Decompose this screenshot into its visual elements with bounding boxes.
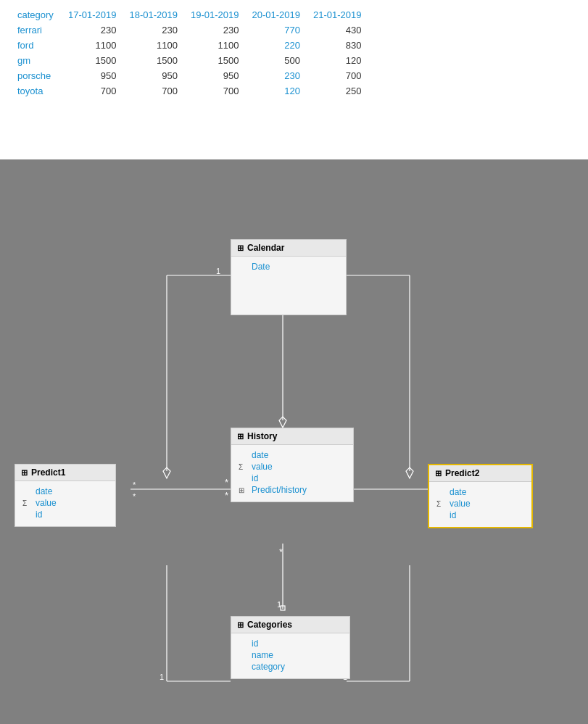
categories-id-label: id: [252, 638, 258, 649]
diagram-section: 1 1 1 * * * * * * * * * 1 1 1 ⊞ Calendar…: [0, 159, 588, 724]
categories-field-name: name: [239, 649, 342, 661]
categories-category-label: category: [252, 662, 285, 672]
entity-predict2-body: date Σ value id: [429, 482, 531, 527]
cell-1-0: ford: [15, 38, 65, 53]
predict1-date-label: date: [36, 486, 52, 496]
svg-text:1: 1: [160, 673, 164, 681]
svg-rect-11: [281, 606, 285, 610]
calendar-title: Calendar: [247, 243, 284, 253]
cell-1-3: 1100: [188, 38, 249, 53]
categories-field-category: category: [239, 661, 342, 673]
predict1-id-label: id: [36, 509, 42, 520]
cell-4-5: 250: [310, 83, 372, 99]
categories-field-id: id: [239, 638, 342, 649]
col-header-d1: 17-01-2019: [65, 7, 127, 22]
svg-text:*: *: [133, 492, 136, 501]
history-field-date: date: [239, 449, 346, 461]
cell-1-4: 220: [249, 38, 311, 53]
predict2-title: Predict2: [445, 468, 479, 478]
history-table-icon: ⊞: [237, 432, 244, 441]
history-field-predict: ⊞ Predict/history: [239, 484, 346, 496]
cell-2-3: 1500: [188, 53, 249, 68]
cell-2-5: 120: [310, 53, 372, 68]
cell-0-3: 230: [188, 22, 249, 38]
cell-3-3: 950: [188, 68, 249, 83]
categories-table-icon: ⊞: [237, 620, 244, 630]
svg-text:*: *: [225, 477, 228, 488]
cell-0-5: 430: [310, 22, 372, 38]
entity-calendar-body: Date: [231, 257, 346, 315]
cell-0-4: 770: [249, 22, 311, 38]
history-value-label: value: [252, 462, 273, 472]
entity-categories-body: id name category: [231, 633, 349, 678]
predict1-field-id: id: [22, 509, 108, 520]
cell-2-0: gm: [15, 53, 65, 68]
history-value-icon: Σ: [239, 463, 249, 471]
table-row: ford110011001100220830: [15, 38, 372, 53]
table-row: toyota700700700120250: [15, 83, 372, 99]
svg-marker-7: [406, 467, 413, 478]
svg-marker-1: [279, 417, 286, 428]
categories-name-label: name: [252, 650, 273, 660]
predict1-field-value: Σ value: [22, 497, 108, 509]
cell-4-2: 700: [127, 83, 189, 99]
calendar-table-icon: ⊞: [237, 244, 244, 253]
cell-4-3: 700: [188, 83, 249, 99]
table-row: porsche950950950230700: [15, 68, 372, 83]
cell-1-1: 1100: [65, 38, 127, 53]
svg-text:1: 1: [277, 600, 281, 609]
entity-calendar-header: ⊞ Calendar: [231, 240, 346, 257]
history-date-label: date: [252, 450, 268, 460]
history-predict-icon: ⊞: [239, 486, 249, 494]
cell-3-5: 700: [310, 68, 372, 83]
predict2-value-label: value: [450, 499, 471, 509]
predict2-id-label: id: [450, 510, 456, 520]
data-table: category 17-01-2019 18-01-2019 19-01-201…: [15, 7, 372, 99]
svg-text:1: 1: [216, 267, 220, 275]
cell-4-4: 120: [249, 83, 311, 99]
predict1-value-label: value: [36, 498, 57, 508]
col-header-d3: 19-01-2019: [188, 7, 249, 22]
entity-predict1-body: date Σ value id: [15, 481, 115, 526]
predict2-date-label: date: [450, 487, 466, 497]
entity-history-header: ⊞ History: [231, 428, 353, 445]
svg-text:*: *: [279, 546, 283, 557]
entity-calendar: ⊞ Calendar Date: [231, 239, 347, 315]
table-section: category 17-01-2019 18-01-2019 19-01-201…: [0, 0, 588, 159]
history-title: History: [247, 431, 277, 441]
cell-1-2: 1100: [127, 38, 189, 53]
cell-2-2: 1500: [127, 53, 189, 68]
predict2-field-id: id: [436, 509, 524, 521]
history-field-value: Σ value: [239, 461, 346, 473]
history-field-id: id: [239, 473, 346, 484]
history-predict-label: Predict/history: [252, 485, 307, 495]
predict1-field-date: date: [22, 486, 108, 497]
predict1-title: Predict1: [31, 467, 65, 478]
entity-categories: ⊞ Categories id name category: [231, 616, 350, 679]
cell-4-0: toyota: [15, 83, 65, 99]
entity-predict2: ⊞ Predict2 date Σ value id: [428, 464, 533, 528]
predict1-value-icon: Σ: [22, 499, 33, 507]
categories-title: Categories: [247, 620, 292, 630]
cell-3-1: 950: [65, 68, 127, 83]
col-header-d2: 18-01-2019: [127, 7, 189, 22]
table-row: gm150015001500500120: [15, 53, 372, 68]
svg-text:*: *: [225, 490, 228, 501]
predict2-field-date: date: [436, 486, 524, 498]
calendar-field-date: Date: [239, 261, 339, 272]
cell-3-0: porsche: [15, 68, 65, 83]
entity-history: ⊞ History date Σ value id ⊞ Predict/hist…: [231, 428, 354, 502]
entity-categories-header: ⊞ Categories: [231, 617, 349, 633]
history-id-label: id: [252, 473, 258, 483]
cell-4-1: 700: [65, 83, 127, 99]
svg-text:*: *: [133, 480, 136, 489]
entity-predict1-header: ⊞ Predict1: [15, 465, 115, 481]
cell-0-2: 230: [127, 22, 189, 38]
predict2-value-icon: Σ: [436, 500, 447, 508]
entity-predict2-header: ⊞ Predict2: [429, 465, 531, 482]
cell-2-4: 500: [249, 53, 311, 68]
predict2-table-icon: ⊞: [435, 469, 442, 478]
cell-3-4: 230: [249, 68, 311, 83]
cell-1-5: 830: [310, 38, 372, 53]
predict2-field-value: Σ value: [436, 498, 524, 509]
